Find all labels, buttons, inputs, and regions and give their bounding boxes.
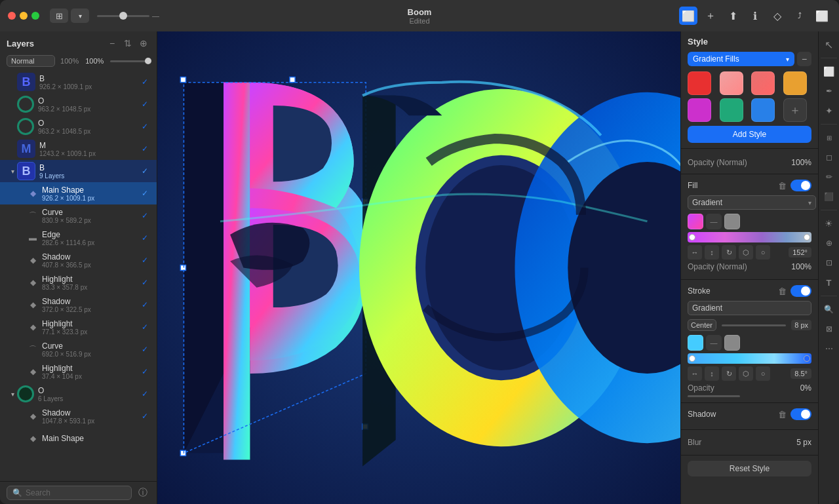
close-button[interactable] — [8, 12, 16, 20]
layer-curve1-visibility[interactable]: ✓ — [140, 210, 150, 221]
shadow-toggle[interactable] — [790, 408, 811, 420]
pen-tool[interactable]: ✒ — [820, 82, 838, 100]
gradient-fills-select[interactable]: Gradient Fills ▾ — [688, 52, 794, 66]
layer-o1-visibility[interactable]: ✓ — [140, 99, 150, 109]
sidebar-toggle-button[interactable]: ⊞ — [50, 9, 68, 23]
transform-tool[interactable]: ⊡ — [820, 254, 838, 272]
layer-item-shadow3[interactable]: ◆ Shadow 1047.8 × 593.1 px ✓ — [0, 405, 157, 427]
layer-item-o1[interactable]: O 963.2 × 1048.5 px ✓ — [0, 93, 157, 115]
add-icon[interactable]: ＋ — [701, 7, 720, 25]
info-icon[interactable]: ℹ — [746, 7, 764, 25]
layer-item-main-shape[interactable]: ◆ Main Shape 926.2 × 1009.1 px ✓ — [0, 182, 157, 204]
share-icon[interactable]: ⤴ — [790, 7, 809, 25]
swatch-pink[interactable] — [720, 71, 743, 95]
export-icon[interactable]: ⬆ — [724, 7, 742, 25]
sparkle-tool[interactable]: ✦ — [820, 102, 838, 120]
layer-o-group-visibility[interactable]: ✓ — [140, 389, 150, 399]
stroke-toggle[interactable] — [790, 285, 811, 297]
wand-tool[interactable]: ⬛ — [820, 187, 838, 206]
layer-curve2-visibility[interactable]: ✓ — [140, 344, 150, 355]
view-toggle-button[interactable]: ▾ — [71, 9, 89, 23]
crop-tool[interactable]: ⊠ — [820, 320, 838, 338]
zoom-slider[interactable]: ― — [97, 12, 159, 20]
layer-item-b1[interactable]: B B 926.2 × 1009.1 px ✓ — [0, 71, 157, 93]
layer-item-main-shape2[interactable]: ◆ Main Shape — [0, 427, 157, 450]
stroke-rotate-button[interactable]: ↻ — [722, 366, 736, 381]
sun-tool[interactable]: ☀ — [820, 214, 838, 233]
layer-m1-visibility[interactable]: ✓ — [140, 144, 150, 154]
delete-stroke-icon[interactable]: 🗑 — [778, 286, 787, 296]
maximize-button[interactable] — [31, 12, 39, 20]
layer-highlight2-visibility[interactable]: ✓ — [140, 322, 150, 332]
gradient-handle-right[interactable] — [804, 234, 810, 241]
canvas-area[interactable] — [157, 31, 680, 504]
layer-o2-visibility[interactable]: ✓ — [140, 121, 150, 132]
swatch-purple[interactable] — [688, 98, 711, 122]
gradient-handle-left[interactable] — [689, 234, 695, 241]
stroke-position-select[interactable]: Center — [688, 319, 716, 331]
stroke-flip-v-button[interactable]: ↕ — [705, 366, 719, 381]
stroke-reflect-button[interactable]: ⬡ — [739, 366, 753, 381]
swatch-orange[interactable] — [783, 71, 807, 95]
swatch-blue[interactable] — [751, 98, 775, 122]
fill-toggle[interactable] — [790, 180, 811, 191]
stroke-stop-2[interactable] — [724, 335, 740, 351]
stroke-handle-left[interactable] — [689, 355, 695, 362]
layer-edge-visibility[interactable]: ✓ — [140, 233, 150, 243]
collapse-all-button[interactable]: − — [106, 37, 119, 50]
swatch-salmon[interactable] — [751, 71, 775, 95]
stroke-stop-1[interactable] — [688, 335, 703, 351]
add-swatch-button[interactable]: ＋ — [783, 98, 807, 122]
stroke-flip-h-button[interactable]: ↔ — [688, 366, 702, 381]
search-input[interactable] — [26, 488, 126, 497]
layer-item-curve2[interactable]: ⌒ Curve 692.0 × 516.9 px ✓ — [0, 338, 157, 360]
cursor-tool[interactable]: ↖ — [820, 35, 838, 54]
layer-b1-visibility[interactable]: ✓ — [140, 77, 150, 87]
reflect-button[interactable]: ⬡ — [739, 245, 753, 260]
text-tool[interactable]: T — [820, 273, 838, 292]
circle-button[interactable]: ○ — [756, 245, 770, 260]
flip-v-button[interactable]: ↕ — [705, 245, 719, 260]
swatch-red[interactable] — [688, 71, 711, 95]
minimize-button[interactable] — [20, 12, 28, 20]
swatch-teal[interactable] — [720, 98, 743, 122]
flip-h-button[interactable]: ↔ — [688, 245, 702, 260]
stroke-circle-button[interactable]: ○ — [756, 366, 770, 381]
stroke-type-select[interactable]: Gradient — [688, 301, 811, 315]
layer-item-curve1[interactable]: ⌒ Curve 830.9 × 589.2 px ✓ — [0, 204, 157, 227]
add-style-button[interactable]: Add Style — [688, 126, 811, 143]
layer-item-highlight1[interactable]: ◆ Highlight 83.3 × 357.8 px ✓ — [0, 271, 157, 294]
fill-tool[interactable]: ⬜ — [820, 62, 838, 81]
layer-item-highlight3[interactable]: ◆ Highlight 37.4 × 104 px ✓ — [0, 360, 157, 383]
layer-item-shadow1[interactable]: ◆ Shadow 407.8 × 366.5 px ✓ — [0, 249, 157, 271]
layer-b-group-visibility[interactable]: ✓ — [140, 166, 150, 176]
layer-item-o2[interactable]: O 963.2 × 1048.5 px ✓ — [0, 115, 157, 138]
layers-icon[interactable]: ⬜ — [679, 7, 697, 25]
rotate-button[interactable]: ↻ — [722, 245, 736, 260]
sort-button[interactable]: ⇅ — [121, 37, 134, 50]
stroke-gradient-bar[interactable] — [688, 353, 811, 364]
layer-item-shadow2[interactable]: ◆ Shadow 372.0 × 322.5 px ✓ — [0, 294, 157, 316]
layer-main-shape-visibility[interactable]: ✓ — [140, 188, 150, 199]
more-tool[interactable]: ⋯ — [820, 339, 838, 358]
stroke-opacity-slider[interactable] — [688, 395, 740, 397]
layer-shadow1-visibility[interactable]: ✓ — [140, 255, 150, 265]
layer-item-b-group[interactable]: ▾ B B 9 Layers ✓ — [0, 160, 157, 182]
opacity-slider[interactable] — [110, 60, 150, 62]
gradient-bar[interactable] — [688, 232, 811, 242]
arrange-icon[interactable]: ⬜ — [813, 7, 831, 25]
gradient-type-select[interactable]: Gradient — [688, 195, 816, 210]
pencil-tool[interactable]: ✏ — [820, 168, 838, 186]
zoom-in-tool[interactable]: 🔍 — [820, 300, 838, 319]
reset-style-button[interactable]: Reset Style — [688, 461, 811, 476]
symbol-icon[interactable]: ◇ — [768, 7, 787, 25]
delete-fill-icon[interactable]: 🗑 — [778, 181, 787, 191]
stop-swatch-1[interactable] — [688, 214, 703, 229]
layer-item-edge[interactable]: ▬ Edge 282.6 × 1114.6 px ✓ — [0, 227, 157, 249]
expand-o-group[interactable]: ▾ — [8, 391, 17, 398]
layer-highlight3-visibility[interactable]: ✓ — [140, 366, 150, 377]
zoom-tool[interactable]: ⊕ — [820, 234, 838, 252]
layer-shadow2-visibility[interactable]: ✓ — [140, 300, 150, 310]
delete-shadow-icon[interactable]: 🗑 — [778, 410, 787, 419]
layer-item-m1[interactable]: M M 1243.2 × 1009.1 px ✓ — [0, 138, 157, 160]
